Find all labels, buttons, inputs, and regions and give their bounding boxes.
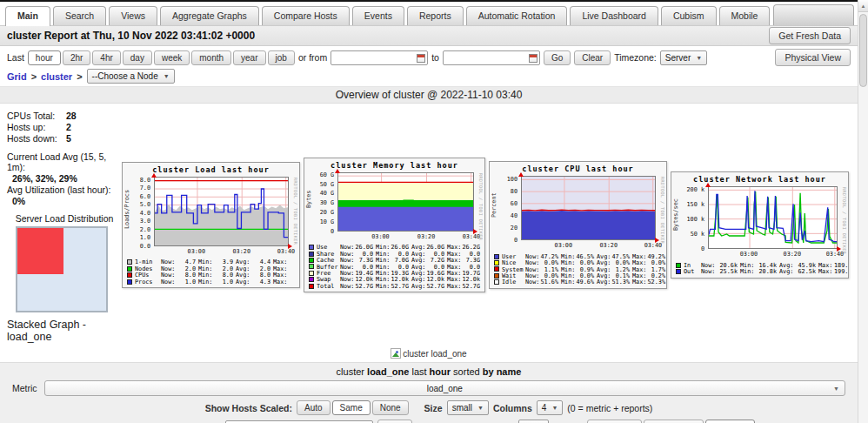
scaled-same[interactable]: Same [332,400,371,415]
range-year[interactable]: year [233,50,265,65]
sort-ascending[interactable]: ascending [587,420,643,423]
size-select[interactable]: small▼ [447,400,489,415]
go-button[interactable]: Go [544,50,571,65]
cluster-stats: CPUs Total:28Hosts up:2Hosts down:5 [7,111,122,144]
graph-cluster-load-last-hour[interactable]: cluster Load last hourLoads/Procs0.01.02… [122,162,300,289]
last-label: Last [7,52,24,63]
size-label: Size [424,403,443,413]
tab-mobile[interactable]: Mobile [719,6,771,25]
range-4hr[interactable]: 4hr [92,50,120,65]
to-date-input[interactable] [443,50,540,65]
legend-swatch [127,272,132,278]
tab-live-dashboard[interactable]: Live Dashboard [570,6,658,25]
legend-key: Avg: [236,279,254,285]
tab-main[interactable]: Main [5,6,50,26]
y-tick-label: 80 [495,188,517,195]
legend-swatch [309,271,314,276]
rrdtool-watermark: RRDTOOL / TOBI OETIKER [842,187,847,254]
legend-swatch [309,284,314,289]
stat-value: 5 [66,133,71,144]
legend-key: Max: [818,268,834,275]
tab-cubism[interactable]: Cubism [661,6,717,25]
legend-key: Max: [447,283,462,290]
sort-by-name[interactable]: by name [705,420,754,423]
node-filter-input[interactable] [225,420,373,423]
range-month[interactable]: month [191,50,231,65]
graph-cluster-memory-last-hour[interactable]: cluster Memory last hourBytes010 G20 G30… [304,158,485,293]
graph-plot [521,176,656,240]
max-graphs-select[interactable]: all▼ [518,420,549,423]
legend-key: Min: [561,279,576,285]
scrollbar[interactable]: ▲ [858,0,868,423]
y-tick-label: 40 [495,212,517,219]
tab-aggregate-graphs[interactable]: Aggregate Graphs [160,6,259,25]
range-2hr[interactable]: 2hr [63,50,90,65]
legend-value: 52.7G [391,283,411,290]
legend-key: Min: [740,268,756,275]
breadcrumb-cluster-link[interactable]: cluster [41,71,72,82]
y-tick-label: 1.0 [128,234,150,241]
range-day[interactable]: day [123,50,152,65]
calendar-icon[interactable] [529,54,537,63]
y-tick-label: 4.0 [128,210,150,217]
scaled-none[interactable]: None [372,400,409,415]
timezone-select[interactable]: Server▼ [660,50,707,65]
legend-key: Now: [161,279,179,285]
physical-view-button[interactable]: Physical View [775,49,851,66]
tab-views[interactable]: Views [109,6,157,25]
overview-body: CPUs Total:28Hosts up:2Hosts down:5 Curr… [0,104,858,343]
tab-search[interactable]: Search [53,6,106,25]
x-tick-label: 03:20 [417,233,435,240]
y-axis-arrow-icon [335,169,340,173]
tab-reports[interactable]: Reports [407,6,464,25]
rrdtool-watermark: RRDTOOL / TOBI OETIKER [478,173,484,240]
range-buttons: hour2hr4hrdayweekmonthyearjob [28,50,295,65]
legend-key: Now: [340,283,355,290]
filter-button[interactable]: Filter [377,420,412,423]
calendar-icon[interactable] [417,54,425,63]
sort-descending[interactable]: descending [644,420,704,423]
page-content: MainSearchViewsAggregate GraphsCompare H… [0,0,858,423]
x-tick-label: 03:20 [784,251,801,258]
scrollbar-thumb[interactable] [859,14,867,87]
legend-swatch [494,279,499,285]
legend-value: 1.0 [217,279,236,285]
tab-events[interactable]: Events [352,6,404,25]
range-hour[interactable]: hour [28,50,61,65]
graph-cluster-network-last-hour[interactable]: cluster Network last hourBytes/sec050 k1… [671,171,849,279]
tab-automatic-rotation[interactable]: Automatic Rotation [466,6,568,25]
stat-label: Hosts up: [7,122,66,132]
broken-image-label: cluster load_one [403,349,466,359]
graph-legend: UserNow:47.2%Min:46.5%Avg:47.5%Max:49.2%… [494,253,666,285]
choose-node-select[interactable]: --Choose a Node▼ [87,69,175,84]
columns-select[interactable]: 4▼ [537,400,564,415]
breadcrumb-grid-link[interactable]: Grid [7,71,27,82]
get-fresh-data-button[interactable]: Get Fresh Data [769,27,851,44]
graph-plot [154,177,289,246]
distribution-title: Server Load Distribution [7,213,122,224]
scale-controls-row: Show Hosts Scaled: AutoSameNone Size sma… [0,400,858,415]
x-tick-label: 03:00 [555,242,572,249]
graph-legend: UseNow:26.0GMin:26.0GAvg:26.0GMax:26.2GS… [309,245,484,290]
graph-cluster-cpu-last-hour[interactable]: cluster CPU last hourPercent020406080100… [489,161,667,289]
range-week[interactable]: week [154,50,190,65]
breadcrumb: Grid > cluster > --Choose a Node▼ [0,68,858,87]
x-tick-label: 03:20 [600,242,618,249]
overview-graphs-row: cluster Load last hourLoads/Procs0.01.02… [122,107,854,343]
y-tick-label: 50 k [677,231,704,238]
tab-compare-hosts[interactable]: Compare Hosts [262,6,350,25]
chevron-down-icon: ▼ [477,405,484,411]
broken-image-icon [391,348,401,359]
clear-button[interactable]: Clear [574,50,611,65]
size-value: small [452,403,472,413]
y-tick-label: 100 [495,176,517,183]
y-axis-arrow-icon [705,183,711,187]
scaled-auto[interactable]: Auto [297,400,331,415]
range-job[interactable]: job [268,50,295,65]
metric-panel: cluster load_one last hour sorted by nam… [0,362,858,423]
legend-key: Avg: [597,279,611,285]
tab-bar: MainSearchViewsAggregate GraphsCompare H… [0,2,858,25]
metric-select[interactable]: load_one ▼ [44,380,845,396]
scrollbar-up-arrow-icon[interactable]: ▲ [858,0,868,12]
from-date-input[interactable] [331,50,428,65]
